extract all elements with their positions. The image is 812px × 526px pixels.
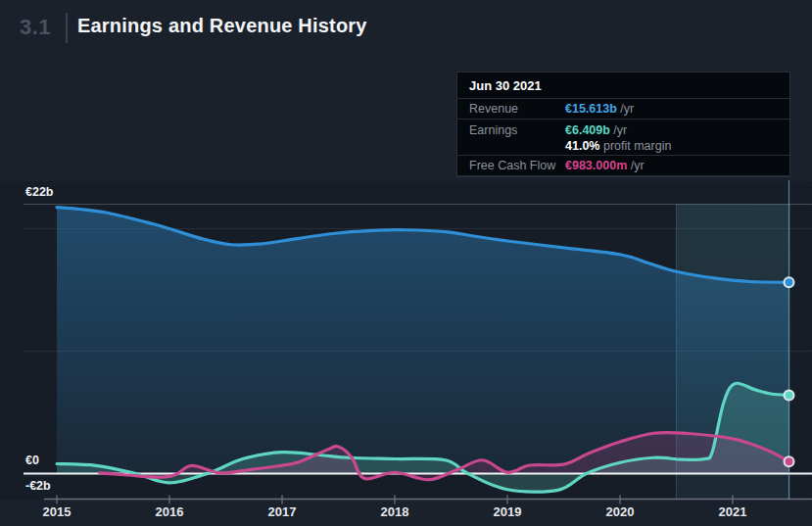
tooltip-suffix: /yr [610, 123, 627, 137]
tooltip-row-earnings: Earnings €6.409b /yr [457, 120, 789, 139]
x-axis-label-2019: 2019 [494, 504, 522, 519]
x-axis-label-2016: 2016 [156, 504, 184, 519]
tooltip-row-profit-margin: 41.0% profit margin [457, 139, 789, 156]
tooltip-suffix: /yr [617, 102, 634, 116]
x-axis-label-2021: 2021 [719, 504, 747, 519]
tooltip-date: Jun 30 2021 [457, 72, 789, 99]
tooltip-row-free-cash-flow: Free Cash Flow €983.000m /yr [457, 156, 789, 176]
chart-tooltip: Jun 30 2021 Revenue €15.613b /yr Earning… [456, 72, 790, 177]
x-axis-label-2018: 2018 [381, 504, 409, 519]
tooltip-label: Earnings [469, 123, 565, 137]
x-axis-label-2020: 2020 [606, 504, 635, 519]
tooltip-suffix: profit margin [599, 139, 671, 153]
tooltip-row-revenue: Revenue €15.613b /yr [457, 99, 789, 120]
tooltip-label: Revenue [469, 102, 565, 116]
y-axis-label-0: €0 [25, 454, 39, 467]
free-cash-flow-end-marker [785, 456, 794, 466]
y-axis-label-neg2b: -€2b [25, 479, 51, 493]
tooltip-value: €983.000m [565, 159, 627, 172]
revenue-end-marker [785, 277, 794, 287]
tooltip-value: €15.613b [565, 102, 617, 116]
tooltip-suffix: /yr [627, 159, 644, 172]
tooltip-value: 41.0% [565, 139, 599, 153]
x-axis-label-2017: 2017 [268, 504, 297, 519]
tooltip-value: €6.409b [565, 123, 610, 137]
earnings-end-marker [785, 390, 794, 400]
y-axis-label-22b: €22b [25, 185, 54, 199]
x-axis-label-2015: 2015 [43, 504, 72, 519]
tooltip-label: Free Cash Flow [469, 159, 565, 172]
